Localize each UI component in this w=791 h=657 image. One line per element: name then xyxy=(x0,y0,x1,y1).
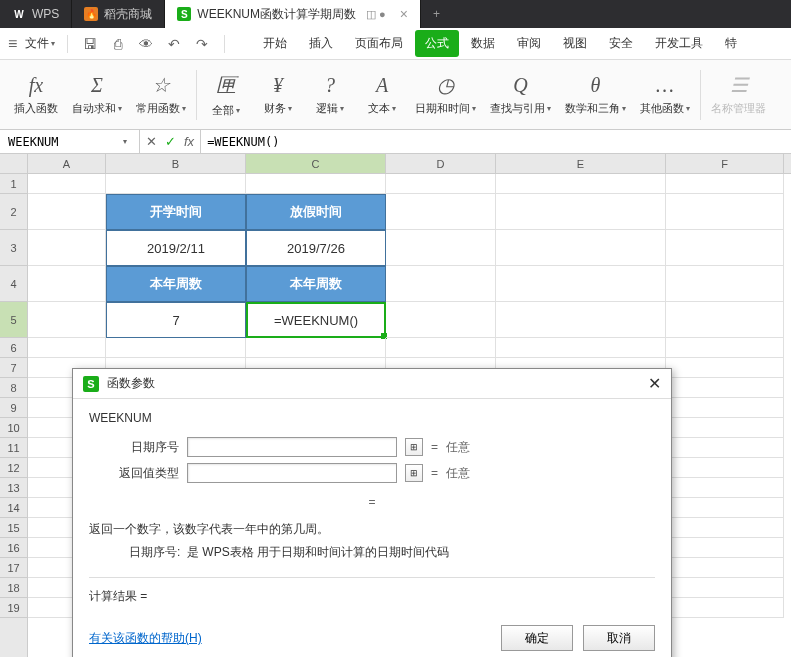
row-header[interactable]: 2 xyxy=(0,194,27,230)
row-header[interactable]: 9 xyxy=(0,398,27,418)
fx-icon[interactable]: fx xyxy=(184,134,194,149)
param2-label: 返回值类型 xyxy=(89,465,179,482)
function-description: 返回一个数字，该数字代表一年中的第几周。 xyxy=(89,521,655,538)
tab-review[interactable]: 审阅 xyxy=(507,30,551,57)
row-header[interactable]: 16 xyxy=(0,538,27,558)
row-header[interactable]: 4 xyxy=(0,266,27,302)
col-header[interactable]: B xyxy=(106,154,246,173)
row-header[interactable]: 19 xyxy=(0,598,27,618)
tab-view[interactable]: 视图 xyxy=(553,30,597,57)
select-all-corner[interactable] xyxy=(0,154,27,174)
formula-input[interactable] xyxy=(207,135,785,149)
col-header[interactable]: A xyxy=(28,154,106,173)
hamburger-icon[interactable]: ≡ xyxy=(8,35,17,53)
close-icon[interactable]: ✕ xyxy=(648,374,661,393)
help-link[interactable]: 有关该函数的帮助(H) xyxy=(89,630,491,647)
name-box[interactable]: ▾ xyxy=(0,130,140,153)
row-header[interactable]: 18 xyxy=(0,578,27,598)
row-header[interactable]: 7 xyxy=(0,358,27,378)
col-header[interactable]: E xyxy=(496,154,666,173)
save-icon[interactable]: 🖫 xyxy=(80,34,100,54)
tab-home[interactable]: 开始 xyxy=(253,30,297,57)
row-header[interactable]: 5 xyxy=(0,302,27,338)
recent-functions-button[interactable]: ☆常用函数▾ xyxy=(130,65,192,125)
new-tab-button[interactable]: + xyxy=(421,0,452,28)
row-header[interactable]: 14 xyxy=(0,498,27,518)
cell-b4[interactable]: 本年周数 xyxy=(106,266,246,302)
tab-label: WEEKNUM函数计算学期周数 xyxy=(197,6,356,23)
app-tab-store[interactable]: 🔥 稻壳商城 xyxy=(72,0,165,28)
tab-insert[interactable]: 插入 xyxy=(299,30,343,57)
name-box-input[interactable] xyxy=(8,135,119,149)
name-box-dropdown-icon[interactable]: ▾ xyxy=(119,137,131,146)
accept-formula-icon[interactable]: ✓ xyxy=(165,134,176,149)
print-icon[interactable]: ⎙ xyxy=(108,34,128,54)
row-header[interactable]: 15 xyxy=(0,518,27,538)
row-header[interactable]: 12 xyxy=(0,458,27,478)
lookup-icon: Q xyxy=(513,74,527,97)
cell-b3[interactable]: 2019/2/11 xyxy=(106,230,246,266)
cell-c4[interactable]: 本年周数 xyxy=(246,266,386,302)
tab-label: 稻壳商城 xyxy=(104,6,152,23)
cell-c2[interactable]: 放假时间 xyxy=(246,194,386,230)
name-manager-icon: ☰ xyxy=(730,73,748,97)
function-arguments-dialog: S 函数参数 ✕ WEEKNUM 日期序号 ⊞ = 任意 返回值类型 ⊞ = 任… xyxy=(72,368,672,657)
insert-function-button[interactable]: fx插入函数 xyxy=(8,65,64,125)
cell-b5[interactable]: 7 xyxy=(106,302,246,338)
separator xyxy=(700,70,701,120)
all-functions-button[interactable]: 匣全部▾ xyxy=(201,65,251,125)
currency-icon: ¥ xyxy=(273,74,283,97)
math-trig-button[interactable]: θ数学和三角▾ xyxy=(559,65,632,125)
cancel-button[interactable]: 取消 xyxy=(583,625,655,651)
row-header[interactable]: 11 xyxy=(0,438,27,458)
cell-c3[interactable]: 2019/7/26 xyxy=(246,230,386,266)
row-header[interactable]: 3 xyxy=(0,230,27,266)
logical-button[interactable]: ?逻辑▾ xyxy=(305,65,355,125)
redo-icon[interactable]: ↷ xyxy=(192,34,212,54)
store-icon: 🔥 xyxy=(84,7,98,21)
more-functions-button[interactable]: …其他函数▾ xyxy=(634,65,696,125)
row-header[interactable]: 6 xyxy=(0,338,27,358)
row-header[interactable]: 10 xyxy=(0,418,27,438)
tab-data[interactable]: 数据 xyxy=(461,30,505,57)
cancel-formula-icon[interactable]: ✕ xyxy=(146,134,157,149)
result-preview: = xyxy=(89,495,655,509)
text-icon: A xyxy=(376,74,388,97)
col-header[interactable]: F xyxy=(666,154,784,173)
financial-button[interactable]: ¥财务▾ xyxy=(253,65,303,125)
print-preview-icon[interactable]: 👁 xyxy=(136,34,156,54)
row-header[interactable]: 13 xyxy=(0,478,27,498)
tab-extra-icons: ◫ ● xyxy=(366,8,386,21)
autosum-button[interactable]: Σ自动求和▾ xyxy=(66,65,128,125)
param2-input[interactable] xyxy=(187,463,397,483)
name-manager-button[interactable]: ☰名称管理器 xyxy=(705,65,772,125)
ribbon: fx插入函数 Σ自动求和▾ ☆常用函数▾ 匣全部▾ ¥财务▾ ?逻辑▾ A文本▾… xyxy=(0,60,791,130)
tab-more[interactable]: 特 xyxy=(715,30,747,57)
text-button[interactable]: A文本▾ xyxy=(357,65,407,125)
param1-input[interactable] xyxy=(187,437,397,457)
document-tab[interactable]: S WEEKNUM函数计算学期周数 ◫ ● × xyxy=(165,0,421,28)
tab-developer[interactable]: 开发工具 xyxy=(645,30,713,57)
formula-bar: ▾ ✕ ✓ fx xyxy=(0,130,791,154)
file-menu[interactable]: 文件▾ xyxy=(25,35,55,52)
row-header[interactable]: 1 xyxy=(0,174,27,194)
lookup-button[interactable]: Q查找与引用▾ xyxy=(484,65,557,125)
row-header[interactable]: 8 xyxy=(0,378,27,398)
app-tab-wps[interactable]: W WPS xyxy=(0,0,72,28)
range-picker-icon[interactable]: ⊞ xyxy=(405,464,423,482)
cell-b2[interactable]: 开学时间 xyxy=(106,194,246,230)
dialog-titlebar[interactable]: S 函数参数 ✕ xyxy=(73,369,671,399)
ok-button[interactable]: 确定 xyxy=(501,625,573,651)
col-header[interactable]: D xyxy=(386,154,496,173)
row-header[interactable]: 17 xyxy=(0,558,27,578)
undo-icon[interactable]: ↶ xyxy=(164,34,184,54)
range-picker-icon[interactable]: ⊞ xyxy=(405,438,423,456)
col-header[interactable]: C xyxy=(246,154,386,173)
cell-c5-active[interactable]: =WEEKNUM() xyxy=(246,302,386,338)
datetime-button[interactable]: ◷日期和时间▾ xyxy=(409,65,482,125)
tab-page-layout[interactable]: 页面布局 xyxy=(345,30,413,57)
tab-close-icon[interactable]: × xyxy=(400,6,408,22)
equals-sign: = xyxy=(431,440,438,454)
tab-security[interactable]: 安全 xyxy=(599,30,643,57)
tab-formulas[interactable]: 公式 xyxy=(415,30,459,57)
